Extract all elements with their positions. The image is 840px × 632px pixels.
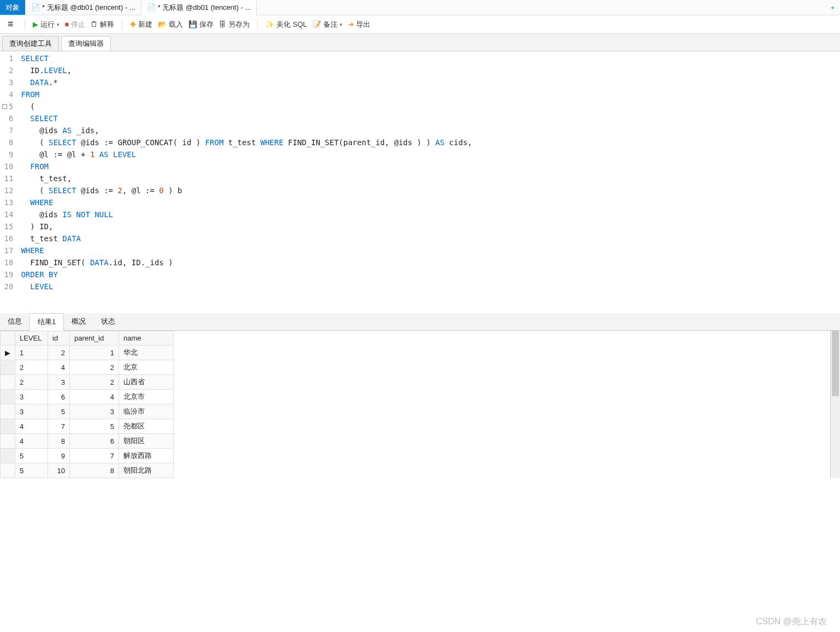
cell-id[interactable]: 7	[48, 419, 70, 434]
add-tab-button[interactable]: ＋	[825, 3, 840, 13]
menu-icon[interactable]: ≡	[4, 19, 17, 30]
cell-level[interactable]: 1	[15, 345, 48, 360]
cell-parent-id[interactable]: 1	[70, 345, 119, 360]
notes-button[interactable]: 📝备注▾	[312, 20, 342, 29]
cell-parent-id[interactable]: 3	[70, 404, 119, 419]
cell-parent-id[interactable]: 5	[70, 419, 119, 434]
table-row[interactable]: 353临汾市	[1, 404, 174, 419]
cell-name[interactable]: 北京	[119, 360, 174, 375]
load-button[interactable]: 📂载入	[158, 20, 183, 29]
explain-icon: 🗒	[91, 20, 98, 28]
cell-level[interactable]: 4	[15, 419, 48, 434]
cell-level[interactable]: 5	[15, 449, 48, 463]
tab-label: * 无标题 @db01 (tencent) - ...	[42, 3, 135, 13]
editor-tabs: 查询创建工具 查询编辑器	[0, 34, 840, 51]
table-row[interactable]: 364北京市	[1, 390, 174, 404]
cell-name[interactable]: 华北	[119, 345, 174, 360]
cell-parent-id[interactable]: 2	[70, 360, 119, 375]
col-header[interactable]: LEVEL	[15, 331, 48, 345]
col-header[interactable]: id	[48, 331, 70, 345]
tab-query-builder[interactable]: 查询创建工具	[2, 36, 59, 51]
new-button[interactable]: ✚新建	[130, 20, 152, 29]
table-row[interactable]: 232山西省	[1, 375, 174, 390]
tab-query-1[interactable]: 📄 * 无标题 @db01 (tencent) - ...	[26, 0, 141, 15]
tab-profile[interactable]: 概况	[64, 313, 93, 330]
btn-label: 载入	[169, 20, 183, 29]
col-header[interactable]: name	[119, 331, 174, 345]
tab-query-2[interactable]: 📄 * 无标题 @db01 (tencent) - ...	[141, 1, 257, 15]
cell-id[interactable]: 2	[48, 345, 70, 360]
file-tabs: 对象 📄 * 无标题 @db01 (tencent) - ... 📄 * 无标题…	[0, 0, 840, 15]
btn-label: 新建	[138, 20, 152, 29]
btn-label: 美化 SQL	[276, 20, 307, 29]
beautify-button[interactable]: ✨美化 SQL	[265, 20, 307, 29]
run-button[interactable]: ▶运行▾	[33, 20, 60, 29]
cell-name[interactable]: 临汾市	[119, 404, 174, 419]
cell-level[interactable]: 2	[15, 375, 48, 390]
stop-button[interactable]: ■停止	[65, 20, 86, 29]
saveas-button[interactable]: 🗄另存为	[219, 20, 250, 29]
vertical-scrollbar[interactable]	[830, 331, 840, 478]
row-marker: ▶	[1, 345, 15, 360]
line-gutter: 1234-567891011121314151617181920	[0, 51, 17, 313]
table-row[interactable]: 242北京	[1, 360, 174, 375]
code-area[interactable]: SELECT ID.LEVEL, DATA.*FROM ( SELECT @id…	[17, 51, 840, 313]
cell-id[interactable]: 10	[48, 463, 70, 478]
cell-id[interactable]: 5	[48, 404, 70, 419]
cell-parent-id[interactable]: 8	[70, 463, 119, 478]
cell-level[interactable]: 2	[15, 360, 48, 375]
table-row[interactable]: 5108朝阳北路	[1, 463, 174, 478]
tab-label: * 无标题 @db01 (tencent) - ...	[158, 3, 251, 13]
cell-id[interactable]: 4	[48, 360, 70, 375]
cell-id[interactable]: 3	[48, 375, 70, 390]
table-row[interactable]: 475尧都区	[1, 419, 174, 434]
row-marker	[1, 404, 15, 419]
row-marker	[1, 463, 15, 478]
cell-name[interactable]: 尧都区	[119, 419, 174, 434]
btn-label: 运行	[40, 20, 55, 29]
cell-parent-id[interactable]: 7	[70, 449, 119, 463]
tab-objects[interactable]: 对象	[0, 0, 26, 15]
query-icon: 📄	[31, 3, 40, 11]
tab-label: 对象	[5, 3, 20, 13]
tab-query-editor[interactable]: 查询编辑器	[61, 36, 111, 51]
cell-parent-id[interactable]: 2	[70, 375, 119, 390]
cell-id[interactable]: 8	[48, 434, 70, 449]
table-row[interactable]: 597解放西路	[1, 449, 174, 463]
col-header[interactable]: parent_id	[70, 331, 119, 345]
cell-parent-id[interactable]: 6	[70, 434, 119, 449]
table-row[interactable]: ▶121华北	[1, 345, 174, 360]
cell-name[interactable]: 朝阳北路	[119, 463, 174, 478]
export-icon: ➜	[348, 20, 354, 28]
cell-level[interactable]: 5	[15, 463, 48, 478]
cell-name[interactable]: 北京市	[119, 390, 174, 404]
result-table[interactable]: LEVELidparent_idname▶121华北242北京232山西省364…	[0, 331, 174, 478]
wand-icon: ✨	[265, 20, 274, 28]
tab-result1[interactable]: 结果1	[29, 313, 64, 331]
cell-level[interactable]: 3	[15, 390, 48, 404]
notes-icon: 📝	[312, 20, 321, 28]
cell-name[interactable]: 解放西路	[119, 449, 174, 463]
dropdown-icon: ▾	[340, 22, 342, 27]
cell-level[interactable]: 3	[15, 404, 48, 419]
explain-button[interactable]: 🗒解释	[91, 20, 114, 29]
tab-status[interactable]: 状态	[93, 313, 123, 330]
tab-info[interactable]: 信息	[0, 313, 29, 330]
row-marker	[1, 434, 15, 449]
cell-id[interactable]: 9	[48, 449, 70, 463]
table-row[interactable]: 486朝阳区	[1, 434, 174, 449]
export-button[interactable]: ➜导出	[348, 20, 370, 29]
scroll-thumb[interactable]	[832, 331, 839, 396]
btn-label: 保存	[199, 20, 214, 29]
play-icon: ▶	[33, 20, 38, 28]
cell-name[interactable]: 朝阳区	[119, 434, 174, 449]
folder-icon: 📂	[158, 20, 167, 28]
save-button[interactable]: 💾保存	[188, 20, 214, 29]
cell-id[interactable]: 6	[48, 390, 70, 404]
btn-label: 另存为	[228, 20, 250, 29]
dropdown-icon: ▾	[57, 22, 60, 27]
cell-name[interactable]: 山西省	[119, 375, 174, 390]
cell-level[interactable]: 4	[15, 434, 48, 449]
sql-editor[interactable]: 1234-567891011121314151617181920 SELECT …	[0, 51, 840, 313]
cell-parent-id[interactable]: 4	[70, 390, 119, 404]
